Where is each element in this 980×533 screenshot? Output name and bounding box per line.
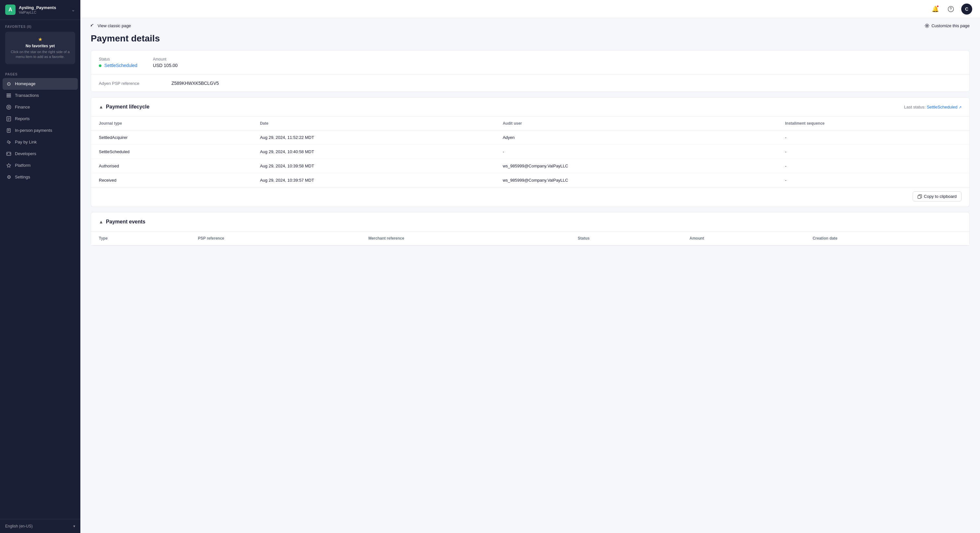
app-logo: A (5, 5, 16, 15)
table-row: SettleScheduled Aug 29, 2024, 10:40:58 M… (91, 145, 969, 159)
paybylink-icon (6, 139, 12, 145)
amount-field: Amount USD 105.00 (153, 57, 178, 68)
sidebar-item-transactions[interactable]: Transactions (3, 90, 78, 102)
favorites-star-icon: ★ (9, 36, 71, 43)
events-collapse-icon[interactable]: ▲ (99, 219, 103, 224)
notification-dot (937, 5, 939, 8)
events-title-label: Payment events (106, 219, 145, 225)
col-status: Status (570, 232, 682, 246)
amount-value: USD 105.00 (153, 63, 178, 68)
app-title-block: Aysling_Payments ValPayLLC (19, 5, 56, 14)
svg-rect-10 (8, 130, 10, 130)
language-chevron-icon[interactable]: ▾ (73, 524, 75, 528)
psp-value: Z589KHWXK5BCLGV5 (172, 81, 219, 86)
table-row: Received Aug 29, 2024, 10:39:57 MDT ws_9… (91, 173, 969, 187)
cell-installment-seq: - (777, 159, 969, 173)
sidebar-item-inperson[interactable]: In-person payments (3, 125, 78, 136)
inperson-icon (6, 128, 12, 133)
app-name: Aysling_Payments (19, 5, 56, 10)
events-header-row: Type PSP reference Merchant reference St… (91, 232, 969, 246)
events-section-header: ▲ Payment events (91, 213, 969, 232)
cell-installment-seq: - (777, 130, 969, 145)
status-link[interactable]: SettleScheduled (104, 63, 137, 68)
cell-installment-seq: - (777, 173, 969, 187)
customize-button[interactable]: Customize this page (924, 23, 970, 28)
favorites-section: FAVORITES (0) ★ No favorites yet Click o… (0, 20, 80, 69)
table-row: SettledAcquirer Aug 29, 2024, 11:52:22 M… (91, 130, 969, 145)
sidebar-item-platform[interactable]: Platform (3, 160, 78, 171)
lifecycle-collapse-icon[interactable]: ▲ (99, 104, 103, 109)
col-amount: Amount (681, 232, 805, 246)
svg-point-11 (8, 131, 9, 132)
sidebar-item-paybylink-label: Pay by Link (15, 140, 37, 144)
table-row: Authorised Aug 29, 2024, 10:39:58 MDT ws… (91, 159, 969, 173)
view-classic-label: View classic page (97, 23, 131, 28)
favorites-description: Click on the star on the right side of a… (9, 49, 71, 60)
cell-date: Aug 29, 2024, 10:39:57 MDT (252, 173, 495, 187)
avatar[interactable]: C (961, 3, 972, 14)
last-status: Last status: SettleScheduled ↗ (904, 105, 961, 109)
customize-label: Customize this page (931, 23, 970, 28)
sidebar-item-developers-label: Developers (15, 151, 36, 156)
svg-rect-18 (918, 195, 921, 198)
svg-point-3 (7, 105, 11, 109)
sidebar-item-developers[interactable]: Developers (3, 148, 78, 160)
sidebar-item-settings-label: Settings (15, 174, 30, 179)
sidebar-item-homepage[interactable]: ⊙ Homepage (3, 78, 78, 90)
lifecycle-table-head: Journal type Date Audit user Installment… (91, 117, 969, 130)
cell-date: Aug 29, 2024, 10:39:58 MDT (252, 159, 495, 173)
col-merchant-reference: Merchant reference (361, 232, 570, 246)
status-amount-row: Status SettleScheduled Amount USD 105.00 (99, 57, 961, 68)
svg-point-16 (926, 25, 928, 27)
lifecycle-section-header: ▲ Payment lifecycle Last status: SettleS… (91, 97, 969, 117)
status-field: Status SettleScheduled (99, 57, 137, 68)
cell-date: Aug 29, 2024, 11:52:22 MDT (252, 130, 495, 145)
favorites-label: FAVORITES (0) (5, 25, 75, 29)
sidebar-item-paybylink[interactable]: Pay by Link (3, 136, 78, 148)
sidebar-chevron-icon[interactable]: ⌄ (71, 7, 75, 12)
platform-icon (6, 163, 12, 168)
home-icon: ⊙ (6, 81, 12, 87)
status-dot-icon (99, 65, 102, 67)
amount-label: Amount (153, 57, 178, 62)
main-area: 🔔 C View classic page Customize this pag… (80, 0, 980, 533)
last-status-link[interactable]: SettleScheduled (927, 105, 958, 109)
events-table: Type PSP reference Merchant reference St… (91, 232, 969, 246)
sidebar-item-inperson-label: In-person payments (15, 128, 52, 133)
cell-journal-type: Authorised (91, 159, 252, 173)
lifecycle-table: Journal type Date Audit user Installment… (91, 117, 969, 187)
notifications-button[interactable]: 🔔 (930, 4, 940, 14)
pages-label: PAGES (3, 69, 78, 78)
sidebar-item-finance[interactable]: Finance (3, 102, 78, 113)
sidebar-brand[interactable]: A Aysling_Payments ValPayLLC (5, 5, 56, 15)
events-table-head: Type PSP reference Merchant reference St… (91, 232, 969, 246)
copy-to-clipboard-label: Copy to clipboard (924, 194, 957, 199)
status-amount-card: Status SettleScheduled Amount USD 105.00 (91, 50, 970, 92)
developers-icon (6, 151, 12, 157)
copy-to-clipboard-button[interactable]: Copy to clipboard (913, 191, 961, 201)
col-journal-type: Journal type (91, 117, 252, 130)
cell-audit-user: ws_985999@Company.ValPayLLC (495, 159, 777, 173)
pages-section: PAGES ⊙ Homepage Transactions Finance Re… (0, 69, 80, 186)
sidebar-item-reports[interactable]: Reports (3, 113, 78, 125)
col-psp-reference: PSP reference (190, 232, 361, 246)
cell-audit-user: - (495, 145, 777, 159)
sidebar: A Aysling_Payments ValPayLLC ⌄ FAVORITES… (0, 0, 80, 533)
svg-rect-0 (6, 94, 11, 95)
cell-journal-type: SettleScheduled (91, 145, 252, 159)
last-status-prefix: Last status: (904, 105, 926, 109)
sidebar-item-platform-label: Platform (15, 163, 30, 168)
reports-icon (6, 116, 12, 122)
psp-label: Adyen PSP reference (99, 81, 164, 86)
view-classic-button[interactable]: View classic page (91, 23, 131, 28)
sub-header: View classic page Customize this page (80, 18, 980, 28)
col-type: Type (91, 232, 190, 246)
topbar: 🔔 C (80, 0, 980, 18)
svg-rect-1 (6, 95, 11, 96)
cell-audit-user: Adyen (495, 130, 777, 145)
sidebar-item-settings[interactable]: ⚙ Settings (3, 171, 78, 183)
lifecycle-title: ▲ Payment lifecycle (99, 104, 150, 110)
lifecycle-card: ▲ Payment lifecycle Last status: SettleS… (91, 97, 970, 207)
help-button[interactable] (946, 4, 956, 14)
sidebar-footer[interactable]: English (en-US) ▾ (0, 519, 80, 533)
